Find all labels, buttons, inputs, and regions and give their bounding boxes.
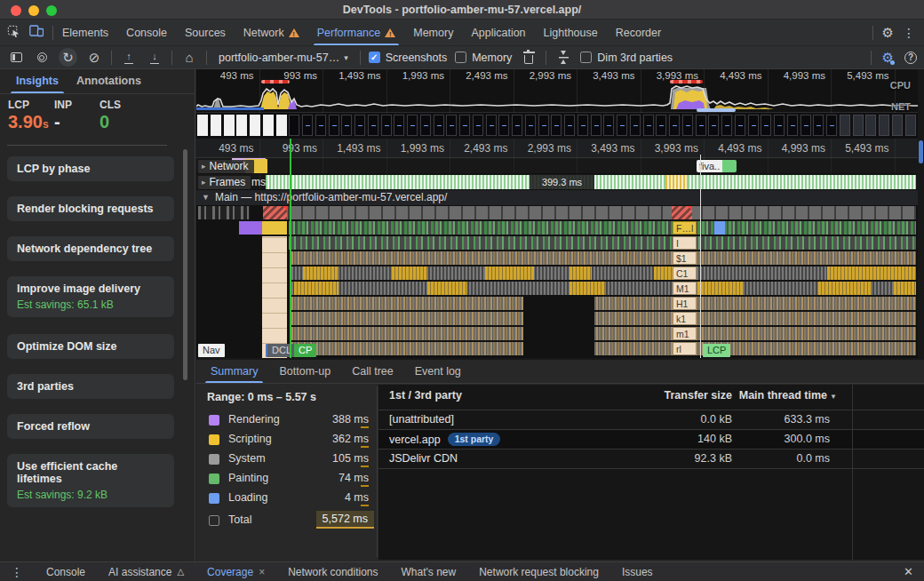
filmstrip-frame[interactable] <box>289 115 299 136</box>
toggle-sidebar-icon[interactable] <box>7 49 25 67</box>
tab-network[interactable]: Network! <box>235 20 308 45</box>
filmstrip-frame[interactable] <box>801 115 811 136</box>
drawer-tab-whats-new[interactable]: What's new <box>402 566 457 578</box>
timeline-overview[interactable]: 493 ms993 ms1,493 ms1,993 ms2,493 ms2,99… <box>196 69 918 113</box>
filmstrip-frame[interactable] <box>368 115 378 136</box>
filmstrip-frame[interactable] <box>630 115 641 136</box>
filmstrip-frame[interactable] <box>224 115 235 136</box>
filmstrip-frame[interactable] <box>315 115 326 136</box>
home-icon[interactable]: ⌂ <box>180 49 198 67</box>
filmstrip-frame[interactable] <box>564 115 575 136</box>
filmstrip-frame[interactable] <box>263 115 274 136</box>
tab-insights[interactable]: Insights <box>9 69 66 93</box>
tab-application[interactable]: Application <box>462 20 534 45</box>
filmstrip-frame[interactable] <box>696 115 706 136</box>
tab-memory[interactable]: Memory <box>404 20 462 45</box>
filmstrip-frame[interactable] <box>551 115 562 136</box>
col-main-thread-time[interactable]: Main thread time▼ <box>739 389 837 402</box>
tab-event-log[interactable]: Event log <box>404 360 472 383</box>
insight-network-dependency[interactable]: Network dependency tree <box>7 236 174 261</box>
drawer-tab-ai-assistance[interactable]: AI assistance △ <box>108 566 184 578</box>
close-drawer-icon[interactable]: ✕ <box>904 565 913 578</box>
filmstrip-frame[interactable] <box>774 115 785 136</box>
filmstrip-frame[interactable] <box>578 115 588 136</box>
filmstrip-frame[interactable] <box>446 115 457 136</box>
filmstrip-frame[interactable] <box>721 115 732 136</box>
filmstrip-frame[interactable] <box>486 115 497 136</box>
screenshots-checkbox[interactable]: ✓ Screenshots <box>369 52 447 64</box>
nav-marker[interactable]: Nav <box>198 344 225 357</box>
clear-icon[interactable]: ⊘ <box>85 49 103 67</box>
table-row[interactable]: JSDelivr CDN 92.3 kB 0.0 ms <box>378 449 924 468</box>
memory-checkbox[interactable]: Memory <box>455 52 512 64</box>
filmstrip-frame[interactable] <box>434 115 444 136</box>
dim-3rd-parties-checkbox[interactable]: Dim 3rd parties <box>580 52 673 64</box>
tab-bottom-up[interactable]: Bottom-up <box>268 360 341 383</box>
timeline-scrollbar[interactable] <box>919 140 923 163</box>
filmstrip-frame[interactable] <box>840 115 850 136</box>
table-row[interactable]: vercel.app 1st party 140 kB 300.0 ms <box>378 429 924 449</box>
tab-sources[interactable]: Sources <box>176 20 235 45</box>
filmstrip-frame[interactable] <box>420 115 431 136</box>
filmstrip-frame[interactable] <box>813 115 824 136</box>
filmstrip-frame[interactable] <box>525 115 536 136</box>
filmstrip-frame[interactable] <box>354 115 365 136</box>
settings-gear-icon[interactable]: ⚙ <box>882 26 894 40</box>
filmstrip-frame[interactable] <box>892 115 903 136</box>
filmstrip-frame[interactable] <box>341 115 352 136</box>
filmstrip-frame[interactable] <box>905 115 916 136</box>
insight-cache-lifetimes[interactable]: Use efficient cache lifetimesEst savings… <box>7 454 174 507</box>
filmstrip-frame[interactable] <box>591 115 601 136</box>
filmstrip-frame[interactable] <box>381 115 392 136</box>
collect-garbage-icon[interactable] <box>520 49 538 67</box>
upload-profile-icon[interactable]: ↑ <box>120 49 138 67</box>
drawer-more-icon[interactable]: ⋮ <box>11 565 23 579</box>
drawer-tab-network-conditions[interactable]: Network conditions <box>288 566 378 578</box>
tab-summary[interactable]: Summary <box>200 360 268 383</box>
insight-forced-reflow[interactable]: Forced reflow <box>7 414 174 439</box>
insight-render-blocking[interactable]: Render blocking requests <box>7 196 174 221</box>
tab-call-tree[interactable]: Call tree <box>341 360 404 383</box>
filmstrip-frame[interactable] <box>211 115 221 136</box>
filmstrip-frame[interactable] <box>669 115 680 136</box>
sidebar-scrollbar[interactable] <box>183 149 187 380</box>
filmstrip-frame[interactable] <box>473 115 483 136</box>
filmstrip-frame[interactable] <box>459 115 470 136</box>
col-party[interactable]: 1st / 3rd party <box>389 389 462 402</box>
tab-annotations[interactable]: Annotations <box>69 69 148 93</box>
network-request-chip[interactable]: fiva.. <box>697 160 737 172</box>
record-icon[interactable] <box>33 49 51 67</box>
tab-performance[interactable]: Performance! <box>308 20 405 45</box>
performance-timeline[interactable]: 493 ms993 ms1,493 ms1,993 ms2,493 ms2,99… <box>196 69 924 360</box>
filmstrip-frame[interactable] <box>787 115 798 136</box>
help-icon[interactable]: ? <box>904 52 917 64</box>
filmstrip-frame[interactable] <box>708 115 719 136</box>
main-thread-flamechart[interactable]: F…lI$1C1M1H1k1m1rl <box>196 206 918 358</box>
filmstrip-frame[interactable] <box>656 115 666 136</box>
drawer-tab-console[interactable]: Console <box>46 566 85 578</box>
filmstrip-frame[interactable] <box>276 115 287 136</box>
frames-track-label[interactable]: ▸ Frames <box>198 176 251 189</box>
frames-track[interactable]: 399.3 ms ▸ Frames ms <box>196 174 918 190</box>
filmstrip-frame[interactable] <box>329 115 339 136</box>
filmstrip-frame[interactable] <box>853 115 864 136</box>
screenshot-filmstrip[interactable] <box>196 113 918 139</box>
filmstrip-frame[interactable] <box>865 115 876 136</box>
close-tab-icon[interactable]: × <box>259 566 265 578</box>
filmstrip-frame[interactable] <box>826 115 837 136</box>
drawer-tab-network-request-blocking[interactable]: Network request blocking <box>479 566 599 578</box>
filmstrip-frame[interactable] <box>512 115 522 136</box>
filmstrip-frame[interactable] <box>879 115 889 136</box>
insight-improve-image-delivery[interactable]: Improve image deliveryEst savings: 65.1 … <box>7 276 174 317</box>
filmstrip-frame[interactable] <box>302 115 313 136</box>
table-scroll-gutter[interactable] <box>852 385 853 560</box>
filmstrip-frame[interactable] <box>643 115 654 136</box>
tab-recorder[interactable]: Recorder <box>607 20 670 45</box>
history-select[interactable]: portfolio-amber-mu-57… ▾ <box>215 50 352 66</box>
filmstrip-frame[interactable] <box>394 115 404 136</box>
download-profile-icon[interactable]: ↓ <box>146 49 163 67</box>
col-transfer-size[interactable]: Transfer size <box>665 389 732 402</box>
device-toolbar-icon[interactable] <box>29 25 44 40</box>
filmstrip-frame[interactable] <box>197 115 208 136</box>
filmstrip-frame[interactable] <box>498 115 509 136</box>
